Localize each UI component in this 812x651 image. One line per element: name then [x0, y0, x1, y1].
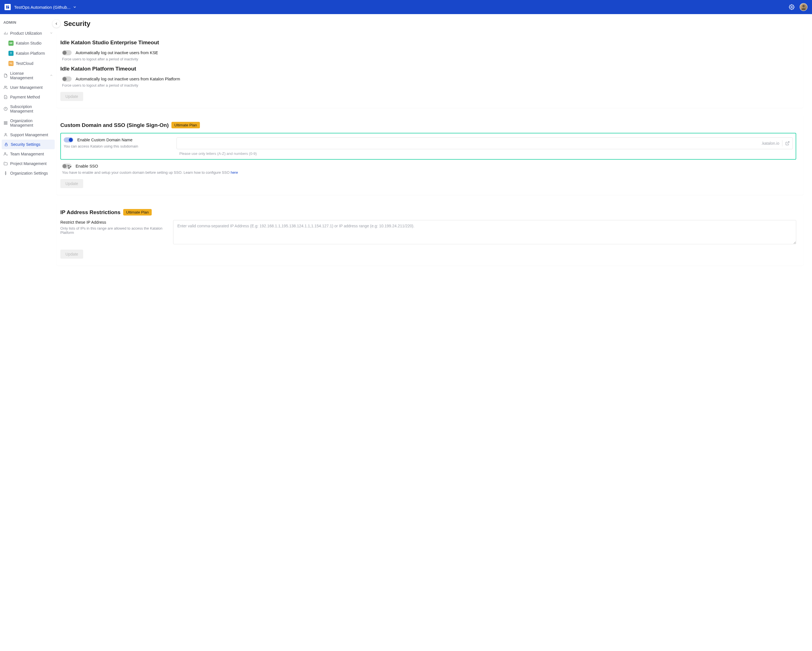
nav-label: Payment Method [10, 95, 40, 99]
nav-label: Subscription Management [10, 104, 53, 113]
svg-point-16 [5, 173, 6, 174]
organization-icon [3, 121, 8, 125]
content: Idle Katalon Studio Enterprise Timeout A… [56, 33, 812, 284]
chart-icon [3, 31, 8, 35]
layout: ADMIN Product Utilization SE Katalon Stu… [0, 14, 812, 284]
ip-plan-badge: Ultimate Plan [123, 209, 151, 215]
settings-icon[interactable] [789, 4, 795, 10]
project-selector[interactable]: TestOps Automation (Github... [14, 5, 77, 9]
svg-point-6 [5, 86, 6, 87]
svg-rect-11 [6, 123, 7, 124]
sidebar-item-team-management[interactable]: Team Management [0, 149, 56, 159]
ip-label: Restrict these IP Address [60, 220, 165, 225]
domain-right: .katalon.io Please use only letters (A-Z… [177, 138, 793, 156]
nav-label: User Management [10, 85, 43, 90]
svg-rect-9 [4, 122, 5, 123]
svg-point-17 [5, 171, 6, 172]
domain-input[interactable] [180, 141, 759, 145]
subscription-icon [3, 107, 8, 111]
sidebar-item-katalon-studio[interactable]: SE Katalon Studio [0, 38, 56, 48]
chevron-up-icon [50, 73, 53, 78]
sidebar-item-project-management[interactable]: Project Management [0, 159, 56, 168]
sidebar-item-security-settings[interactable]: Security Settings [2, 140, 55, 149]
enable-domain-toggle[interactable] [64, 138, 73, 142]
sidebar-item-katalon-platform[interactable]: T Katalon Platform [0, 48, 56, 58]
svg-point-1 [803, 5, 805, 7]
ip-right [173, 220, 796, 245]
svg-rect-10 [6, 122, 7, 123]
nav-label: Organization Settings [10, 171, 48, 176]
nav-label: TestCloud [16, 61, 33, 66]
main-header: Security [56, 14, 812, 33]
product-icon-tc: TC [8, 61, 14, 66]
sso-toggle-row: Enable SSO [62, 164, 796, 169]
users-icon [3, 85, 8, 90]
user-avatar[interactable] [800, 3, 807, 11]
sidebar-item-subscription-management[interactable]: Subscription Management [0, 102, 56, 116]
header-left: TestOps Automation (Github... [5, 4, 77, 10]
lock-icon [4, 142, 8, 147]
support-icon [3, 133, 8, 137]
sso-title-text: Custom Domain and SSO (Single Sign-On) [60, 122, 169, 128]
domain-suffix: .katalon.io [761, 141, 779, 145]
nav-label: Team Management [10, 152, 44, 156]
sso-card: Custom Domain and SSO (Single Sign-On) U… [56, 116, 804, 195]
svg-point-18 [5, 174, 6, 175]
folder-icon [3, 161, 8, 166]
svg-point-0 [791, 6, 792, 8]
nav-label: Project Management [10, 161, 47, 166]
domain-left: Enable Custom Domain Name You can access… [64, 138, 168, 148]
external-link-icon[interactable] [785, 141, 790, 145]
sso-config-link[interactable]: here [230, 170, 238, 174]
sidebar-item-user-management[interactable]: User Management [0, 83, 56, 92]
ip-textarea[interactable] [173, 220, 796, 244]
sidebar-item-organization-management[interactable]: Organization Management [0, 116, 56, 130]
payment-icon [3, 95, 8, 99]
product-icon-kp: T [8, 51, 14, 56]
nav-label: Organization Management [10, 118, 53, 127]
custom-domain-box: Enable Custom Domain Name You can access… [60, 133, 796, 160]
domain-toggle-row: Enable Custom Domain Name [64, 138, 168, 142]
product-icon-ks: SE [8, 41, 14, 46]
kp-auto-logout-toggle[interactable] [62, 76, 72, 81]
sidebar-item-license-management[interactable]: License Management [0, 69, 56, 83]
kp-toggle-label: Automatically log out inactive users fro… [76, 77, 180, 81]
svg-rect-14 [5, 144, 7, 146]
kse-toggle-label: Automatically log out inactive users fro… [76, 50, 158, 55]
ip-card: IP Address Restrictions Ultimate Plan Re… [56, 203, 804, 266]
kse-auto-logout-toggle[interactable] [62, 50, 72, 55]
domain-hint: Please use only letters (A-Z) and number… [177, 151, 793, 156]
nav-label: Katalon Studio [16, 41, 41, 46]
back-button[interactable] [52, 20, 60, 28]
ip-left: Restrict these IP Address Only lists of … [60, 220, 165, 239]
project-name-text: TestOps Automation (Github... [14, 5, 70, 9]
svg-point-15 [5, 153, 6, 154]
timeout-update-button[interactable]: Update [60, 92, 83, 101]
kp-toggle-row: Automatically log out inactive users fro… [62, 76, 796, 81]
header-right [789, 3, 807, 11]
ip-title-text: IP Address Restrictions [60, 209, 121, 215]
sidebar-item-testcloud[interactable]: TC TestCloud [0, 58, 56, 69]
chevron-left-icon [54, 22, 58, 26]
license-icon [3, 73, 8, 78]
sso-helper: You have to enable and setup your custom… [62, 170, 796, 174]
ip-update-button[interactable]: Update [60, 250, 83, 259]
kse-timeout-title: Idle Katalon Studio Enterprise Timeout [60, 40, 796, 46]
svg-rect-12 [4, 123, 5, 124]
sidebar-item-organization-settings[interactable]: Organization Settings [0, 168, 56, 178]
ip-helper: Only lists of IPs in this range are allo… [60, 226, 165, 235]
domain-toggle-label: Enable Custom Domain Name [77, 138, 133, 142]
app-header: TestOps Automation (Github... [0, 0, 812, 14]
page-title: Security [64, 20, 90, 28]
enable-sso-toggle[interactable] [62, 164, 72, 169]
sso-update-button[interactable]: Update [60, 179, 83, 188]
sso-plan-badge: Ultimate Plan [171, 122, 200, 128]
app-logo[interactable] [5, 4, 11, 10]
ip-row: Restrict these IP Address Only lists of … [60, 220, 796, 245]
svg-point-13 [5, 133, 6, 135]
sidebar-item-product-utilization[interactable]: Product Utilization [0, 29, 56, 38]
sidebar-item-support-management[interactable]: Support Management [0, 130, 56, 140]
sidebar-title: ADMIN [0, 20, 56, 29]
nav-label: License Management [10, 71, 47, 80]
sidebar-item-payment-method[interactable]: Payment Method [0, 92, 56, 102]
